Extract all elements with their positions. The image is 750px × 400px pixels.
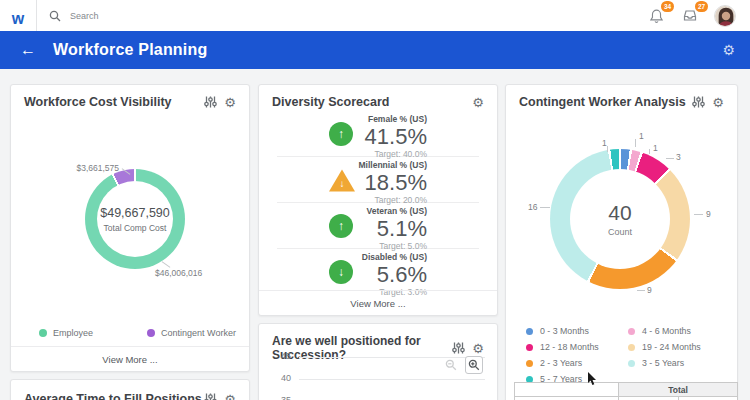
profile-avatar[interactable] [714,5,736,27]
callout-3-5-years: 16 [528,202,537,212]
callout-leader-line [666,158,674,159]
legend-item-contingent-worker[interactable]: Contingent Worker [147,328,236,338]
legend-item[interactable]: 12 - 18 Months [526,339,628,355]
filter-sliders-icon[interactable] [204,393,217,400]
callout-leader-line [694,214,703,215]
filter-sliders-icon[interactable] [692,96,705,108]
employee-cost-callout: $46,006,016 [155,268,202,278]
zoom-in-icon[interactable] [465,356,483,374]
callout-leader-line [635,139,636,147]
legend-item-employee[interactable]: Employee [39,328,93,338]
metric-label: Veteran % (US) [367,206,427,216]
metric-row-disabled[interactable]: ↓ Disabled % (US) 5.6% Target: 3.0% [277,249,479,295]
total-comp-cost-value: $49,667,590 [100,206,170,220]
y-axis-tick: 35 [271,395,291,400]
workday-logo-letter: w [12,11,24,27]
notifications-button[interactable]: 34 [646,6,666,26]
page-title: Workforce Planning [53,41,207,59]
table-total-header-cell: Total [619,383,737,396]
legend-dot-icon [628,344,635,351]
metric-value: 5.6% [362,263,427,286]
callout-leader-line [607,146,608,152]
search-placeholder: Search [70,11,99,21]
callout-0-3-months: 1 [639,131,644,141]
card-title: Average Time to Fill Positions [24,392,202,400]
page-header: ← Workforce Planning ⚙ [0,31,750,69]
legend-item[interactable]: 2 - 3 Years [526,355,628,371]
back-button[interactable]: ← [20,42,36,58]
chart-zoom-tools [442,356,483,374]
count-value: 40 [608,201,631,225]
card-title: Contingent Worker Analysis [519,95,686,109]
status-down-icon: ↓ [329,260,353,284]
status-up-icon: ↑ [329,214,353,238]
status-warning-icon: ↓ [329,169,355,192]
zoom-out-icon[interactable] [442,356,460,374]
card-settings-gear-icon[interactable]: ⚙ [224,393,236,400]
legend-item[interactable]: 19 - 24 Months [628,339,730,355]
search-input[interactable]: Search [37,0,646,31]
callout-leader-line [540,207,550,208]
legend-dot-icon [526,328,533,335]
card-settings-gear-icon[interactable]: ⚙ [224,96,236,109]
callout-19-24-months: 9 [706,209,711,219]
metric-row-female[interactable]: ↑ Female % (US) 41.5% Target: 40.0% [277,111,479,157]
view-more-link[interactable]: View More ... [11,346,249,371]
gridline [299,379,485,380]
tenure-legend: 0 - 3 Months 4 - 6 Months 12 - 18 Months… [526,323,730,387]
card-settings-gear-icon[interactable]: ⚙ [472,96,484,109]
legend-item[interactable]: 4 - 6 Months [628,323,730,339]
comp-cost-donut-chart[interactable]: $49,667,590 Total Comp Cost [85,169,185,269]
diversity-metric-list: ↑ Female % (US) 41.5% Target: 40.0% ↓ Mi… [259,111,497,295]
inbox-button[interactable]: 27 [680,6,700,26]
y-axis-tick: 45 [271,351,291,361]
callout-12-18-months: 3 [676,152,681,162]
metric-label: Female % (US) [365,114,427,124]
filter-sliders-icon[interactable] [204,96,217,108]
legend-dot-icon [628,328,635,335]
metric-row-millennial[interactable]: ↓ Millennial % (US) 18.5% Target: 20.0% [277,157,479,203]
tenure-donut-chart[interactable]: 40 Count [550,149,690,289]
card-title: Diversity Scorecard [272,95,389,109]
employee-legend-dot-icon [39,329,47,337]
workday-logo[interactable]: w [0,0,37,31]
status-up-icon: ↑ [329,122,353,146]
top-bar: w Search 34 27 [0,0,750,31]
contingent-worker-analysis-card: Contingent Worker Analysis ⚙ 40 Count 1 … [505,84,738,400]
legend-item[interactable]: 0 - 3 Months [526,323,628,339]
diversity-scorecard-card: Diversity Scorecard ⚙ ↑ Female % (US) 41… [258,84,498,316]
workday-logo-arc-icon [11,4,25,11]
callout-2-3-years: 9 [647,285,652,295]
table-partial-row [515,396,737,400]
legend-dot-icon [526,344,533,351]
workforce-cost-visibility-card: Workforce Cost Visibility ⚙ $49,667,590 … [10,84,250,372]
legend-dot-icon [628,360,635,367]
metric-value: 18.5% [359,171,427,194]
succession-card: Are we well positioned for Succession? ⚙… [258,323,498,400]
card-title: Workforce Cost Visibility [24,95,172,109]
callout-leader-line [162,261,171,268]
topbar-actions: 34 27 [646,5,750,27]
legend-item[interactable]: 3 - 5 Years [628,355,730,371]
donut-center: $49,667,590 Total Comp Cost [97,181,173,257]
metric-label: Millennial % (US) [359,160,427,170]
page-settings-gear-icon[interactable]: ⚙ [722,43,735,57]
callout-leader-line [649,149,650,154]
view-more-link[interactable]: View More ... [259,290,497,315]
donut-legend: Employee Contingent Worker [11,328,249,338]
card-settings-gear-icon[interactable]: ⚙ [472,342,484,355]
table-blank-header-cell [515,383,619,396]
notifications-badge: 34 [661,1,674,12]
metric-row-veteran[interactable]: ↑ Veteran % (US) 5.1% Target: 5.0% [277,203,479,249]
mouse-cursor [588,372,598,390]
total-comp-cost-label: Total Comp Cost [104,223,167,233]
callout-leader-line [637,290,645,291]
inbox-badge: 27 [695,1,708,12]
worker-total-table[interactable]: Total [514,382,738,400]
donut-center: 40 Count [570,169,670,269]
card-settings-gear-icon[interactable]: ⚙ [712,96,724,109]
avatar-photo [715,6,736,27]
contingent-cost-callout: $3,661,575 [35,163,119,173]
filter-sliders-icon[interactable] [452,342,465,354]
callout-4-6-months: 1 [653,143,658,153]
